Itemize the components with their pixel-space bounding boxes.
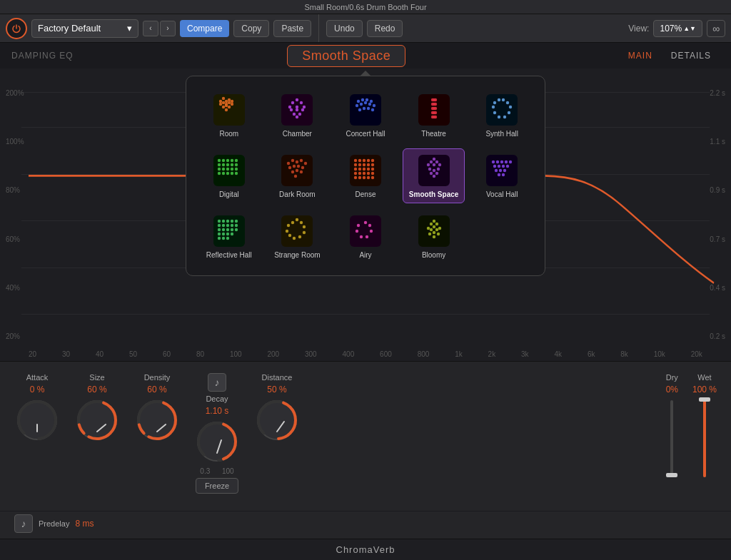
reverb-label-chamber: Chamber <box>283 130 312 138</box>
svg-point-163 <box>231 220 233 223</box>
nav-back-button[interactable]: ‹ <box>143 21 158 36</box>
reverb-item-synth-hall[interactable]: Synth Hall <box>470 88 533 143</box>
svg-point-83 <box>226 168 229 170</box>
preset-dropdown[interactable]: Factory Default ▾ <box>31 19 138 38</box>
svg-point-161 <box>222 220 225 223</box>
tab-details[interactable]: DETAILS <box>662 48 720 63</box>
svg-point-33 <box>370 100 373 103</box>
svg-point-38 <box>373 104 375 107</box>
svg-point-135 <box>436 168 439 170</box>
density-group: Density 60 % <box>134 373 180 443</box>
dry-value: 0% <box>666 385 678 394</box>
predelay-row: ♪ Predelay 8 ms <box>0 511 731 539</box>
svg-point-170 <box>218 228 221 231</box>
svg-point-17 <box>296 98 298 101</box>
svg-point-34 <box>356 104 358 107</box>
svg-point-72 <box>222 159 225 162</box>
svg-point-67 <box>498 116 500 118</box>
wet-group: Wet 100 % <box>692 373 717 480</box>
reverb-item-bloomy[interactable]: Bloomy <box>403 209 465 264</box>
distance-knob[interactable] <box>254 397 300 443</box>
reverb-item-smooth-space[interactable]: Smooth Space <box>403 148 465 203</box>
reverb-item-dark-room[interactable]: Dark Room <box>266 148 329 203</box>
decay-knob[interactable] <box>194 419 240 464</box>
svg-point-35 <box>360 103 363 106</box>
smooth-space-button[interactable]: Smooth Space <box>287 45 405 67</box>
predelay-music-icon[interactable]: ♪ <box>14 514 33 533</box>
svg-point-116 <box>354 168 357 170</box>
svg-point-147 <box>500 161 503 163</box>
svg-point-222 <box>194 419 240 464</box>
reverb-icon-bloomy <box>417 214 451 248</box>
tab-main[interactable]: MAIN <box>620 48 661 63</box>
wet-fader[interactable] <box>703 400 706 477</box>
svg-point-194 <box>364 221 367 224</box>
svg-point-138 <box>426 163 429 166</box>
reverb-item-digital[interactable]: Digital <box>198 148 261 203</box>
decay-group: ♪ Decay 1.10 s 0.3 100 Freeze <box>194 373 240 494</box>
redo-button[interactable]: Redo <box>367 20 403 37</box>
reverb-label-concert-hall: Concert Hall <box>346 130 385 138</box>
reverb-item-chamber[interactable]: Chamber <box>266 88 329 143</box>
svg-point-123 <box>363 172 366 175</box>
svg-point-183 <box>296 218 298 221</box>
svg-point-12 <box>222 106 225 108</box>
reverb-icon-chamber <box>280 93 314 127</box>
reverb-item-strange-room[interactable]: Strange Room <box>266 209 329 264</box>
paste-button[interactable]: Paste <box>273 20 311 37</box>
svg-point-54 <box>433 98 436 101</box>
dry-fader[interactable] <box>670 400 673 477</box>
svg-point-118 <box>363 168 366 170</box>
svg-point-191 <box>287 224 290 227</box>
reverb-item-theatre[interactable]: Theatre <box>403 88 465 143</box>
freeze-button[interactable]: Freeze <box>196 478 238 494</box>
reverb-icon-strange-room <box>280 214 314 248</box>
svg-point-55 <box>433 103 436 106</box>
reverb-label-bloomy: Bloomy <box>422 251 445 259</box>
nav-forward-button[interactable]: › <box>160 21 176 36</box>
svg-point-154 <box>495 169 498 172</box>
svg-point-61 <box>498 98 500 101</box>
eq-header: DAMPING EQ Smooth Space MAIN DETAILS <box>0 43 731 68</box>
power-button[interactable] <box>6 18 27 39</box>
link-button[interactable]: ∞ <box>707 20 725 37</box>
view-label: View: <box>628 24 649 34</box>
svg-point-127 <box>358 176 361 179</box>
reverb-icon-synth-hall <box>485 93 519 127</box>
svg-point-75 <box>235 159 238 162</box>
copy-button[interactable]: Copy <box>233 20 269 37</box>
svg-point-37 <box>368 103 371 106</box>
svg-point-176 <box>222 233 225 235</box>
svg-point-124 <box>367 172 370 175</box>
svg-point-3 <box>222 97 225 100</box>
dry-group: Dry 0% <box>666 373 678 480</box>
decay-music-icon[interactable]: ♪ <box>208 373 226 392</box>
size-knob[interactable] <box>74 397 120 443</box>
view-percent[interactable]: 107% ▲▼ <box>653 20 702 37</box>
attack-knob[interactable] <box>14 397 60 443</box>
svg-point-169 <box>235 224 238 227</box>
svg-rect-59 <box>486 94 518 126</box>
svg-point-139 <box>429 161 432 163</box>
reverb-item-airy[interactable]: Airy <box>334 209 397 264</box>
svg-point-122 <box>358 172 361 175</box>
density-knob[interactable] <box>134 397 180 443</box>
svg-point-99 <box>297 165 300 168</box>
svg-point-136 <box>432 169 435 172</box>
svg-point-114 <box>367 163 370 166</box>
reverb-item-room[interactable]: Room <box>198 88 261 143</box>
reverb-item-vocal-hall[interactable]: Vocal Hall <box>470 148 533 203</box>
wet-label: Wet <box>697 373 711 382</box>
svg-point-117 <box>358 168 361 170</box>
reverb-item-reflective-hall[interactable]: Reflective Hall <box>198 209 261 264</box>
svg-point-57 <box>433 111 436 114</box>
svg-point-101 <box>291 170 294 173</box>
svg-point-86 <box>218 172 221 175</box>
undo-button[interactable]: Undo <box>326 20 363 37</box>
svg-point-208 <box>426 227 429 230</box>
reverb-item-dense[interactable]: Dense <box>334 148 397 203</box>
reverb-item-concert-hall[interactable]: Concert Hall <box>334 88 397 143</box>
svg-point-7 <box>219 103 222 106</box>
svg-line-218 <box>97 424 106 432</box>
compare-button[interactable]: Compare <box>180 20 229 37</box>
